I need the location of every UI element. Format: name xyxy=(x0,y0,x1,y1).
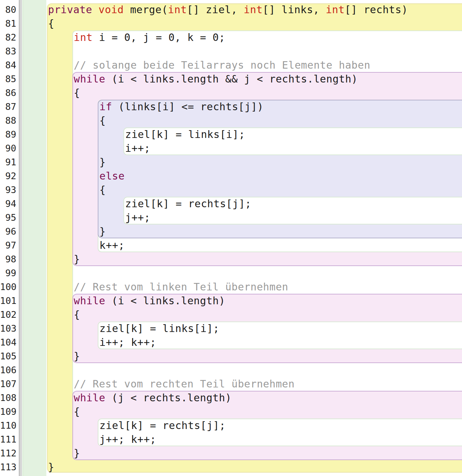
token-keyword: while xyxy=(74,295,105,307)
token-plain: { xyxy=(74,309,80,320)
token-plain: i++; xyxy=(125,142,151,154)
token-plain xyxy=(92,4,99,16)
code-line[interactable] xyxy=(0,44,462,58)
token-type: int xyxy=(244,4,263,16)
token-plain: } xyxy=(74,447,80,459)
token-comment: // Rest vom linken Teil übernehmen xyxy=(74,281,288,293)
token-plain: j++; k++; xyxy=(99,433,156,445)
token-plain: i++; k++; xyxy=(99,336,156,348)
token-plain: } xyxy=(74,253,80,265)
token-plain: j++; xyxy=(125,212,151,223)
token-plain: ziel[k] = rechts[j]; xyxy=(125,198,251,210)
code-line[interactable]: } xyxy=(0,349,462,363)
code-line[interactable]: j++; k++; xyxy=(0,432,462,446)
code-line[interactable]: } xyxy=(0,224,462,238)
code-line[interactable]: while (i < links.length && j < rechts.le… xyxy=(0,72,462,86)
token-plain: ziel[k] = links[i]; xyxy=(125,128,245,140)
code-line[interactable]: i++; xyxy=(0,141,462,155)
code-line[interactable]: } xyxy=(0,446,462,460)
token-plain: ziel[k] = rechts[j]; xyxy=(99,420,226,431)
code-line[interactable]: ziel[k] = links[i]; xyxy=(0,127,462,141)
token-plain: { xyxy=(48,18,54,29)
code-line[interactable]: { xyxy=(0,405,462,419)
code-line[interactable]: i++; k++; xyxy=(0,335,462,349)
token-plain: } xyxy=(99,156,106,168)
code-line[interactable]: // solange beide Teilarrays noch Element… xyxy=(0,58,462,72)
token-plain: i = 0, j = 0, k = 0; xyxy=(93,31,225,43)
token-keyword: private xyxy=(48,4,92,16)
token-plain: } xyxy=(99,225,106,237)
code-line[interactable] xyxy=(0,266,462,280)
code-line[interactable]: else xyxy=(0,169,462,183)
token-comment: // solange beide Teilarrays noch Element… xyxy=(74,59,370,71)
code-line[interactable]: } xyxy=(0,252,462,266)
code-line[interactable]: { xyxy=(0,86,462,100)
token-plain: k++; xyxy=(99,239,125,251)
code-line[interactable]: // Rest vom rechten Teil übernehmen xyxy=(0,377,462,391)
code-line[interactable]: // Rest vom linken Teil übernehmen xyxy=(0,280,462,294)
code-line[interactable]: { xyxy=(0,308,462,322)
token-plain: [] ziel, xyxy=(187,4,244,16)
token-keyword: while xyxy=(74,73,105,85)
token-plain: (i < links.length && j < rechts.length) xyxy=(105,73,357,85)
token-plain: [] rechts) xyxy=(345,4,408,16)
token-keyword: else xyxy=(99,170,125,182)
token-plain: merge( xyxy=(124,4,168,16)
token-type: void xyxy=(98,4,124,16)
code-lines: private void merge(int[] ziel, int[] lin… xyxy=(0,3,462,474)
token-plain: [] links, xyxy=(263,4,326,16)
code-line[interactable]: k++; xyxy=(0,238,462,252)
token-plain: } xyxy=(74,350,80,362)
token-plain: { xyxy=(99,184,106,196)
code-line[interactable]: ziel[k] = rechts[j]; xyxy=(0,197,462,211)
token-keyword: if xyxy=(99,101,112,113)
token-plain: (links[i] <= rechts[j]) xyxy=(112,101,263,113)
code-line[interactable]: ziel[k] = links[i]; xyxy=(0,322,462,335)
token-plain: { xyxy=(74,87,80,99)
code-line[interactable]: j++; xyxy=(0,211,462,224)
code-line[interactable]: { xyxy=(0,114,462,127)
token-type: int xyxy=(326,4,345,16)
token-plain: ziel[k] = links[i]; xyxy=(99,323,220,334)
code-line[interactable]: if (links[i] <= rechts[j]) xyxy=(0,100,462,114)
code-line[interactable]: while (i < links.length) xyxy=(0,294,462,308)
token-type: int xyxy=(168,4,187,16)
code-line[interactable]: } xyxy=(0,155,462,169)
code-line[interactable]: { xyxy=(0,17,462,30)
code-line[interactable]: } xyxy=(0,460,462,474)
code-line[interactable]: { xyxy=(0,183,462,197)
token-plain: (j < rechts.length) xyxy=(105,392,231,404)
token-keyword: while xyxy=(74,392,105,404)
code-line[interactable]: while (j < rechts.length) xyxy=(0,391,462,405)
token-plain: (i < links.length) xyxy=(105,295,225,307)
code-line[interactable]: ziel[k] = rechts[j]; xyxy=(0,419,462,432)
token-type: int xyxy=(74,31,93,43)
token-plain: { xyxy=(99,115,106,126)
code-line[interactable]: private void merge(int[] ziel, int[] lin… xyxy=(0,3,462,17)
token-comment: // Rest vom rechten Teil übernehmen xyxy=(74,378,295,390)
code-editor[interactable]: 8081828384858687888990919293949596979899… xyxy=(0,0,462,476)
token-plain: { xyxy=(74,406,80,418)
token-plain: } xyxy=(48,461,54,473)
code-line[interactable] xyxy=(0,363,462,377)
code-line[interactable]: int i = 0, j = 0, k = 0; xyxy=(0,30,462,44)
